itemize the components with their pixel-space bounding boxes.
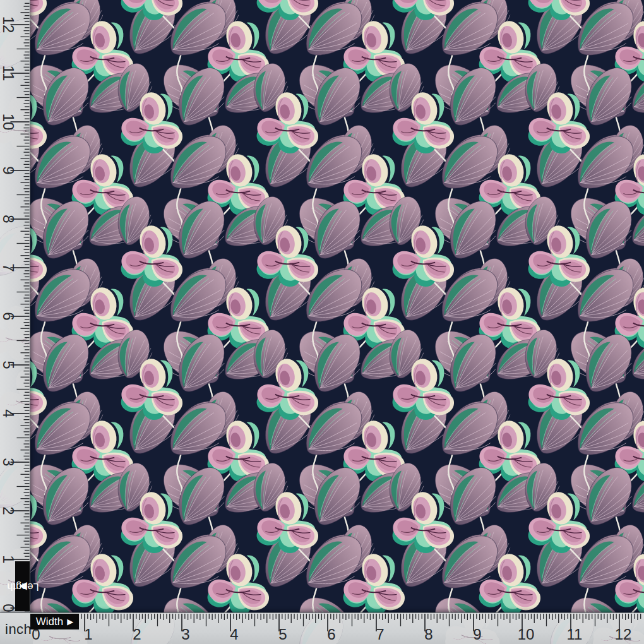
ruler-number: 12 bbox=[0, 15, 16, 34]
ruler-number: 5 bbox=[0, 355, 16, 374]
ruler-number: 3 bbox=[0, 453, 16, 472]
bottom-width-ruler: 0123456789101112 bbox=[0, 612, 644, 644]
length-label-box: Length ▶ bbox=[15, 561, 30, 611]
ruler-number: 10 bbox=[0, 112, 16, 131]
ruler-number: 11 bbox=[0, 64, 16, 83]
length-label: Length ▶ bbox=[16, 585, 28, 588]
width-label-box: Width ▶ bbox=[30, 614, 79, 629]
ruler-number: 8 bbox=[415, 626, 443, 643]
ruler-number: 9 bbox=[463, 626, 491, 643]
ruler-number: 6 bbox=[318, 626, 345, 643]
fabric-pattern bbox=[0, 0, 644, 644]
ruler-number: 8 bbox=[0, 210, 16, 229]
width-arrow-icon: ▶ bbox=[67, 617, 73, 626]
ruler-number: 2 bbox=[123, 626, 151, 643]
ruler-number: 6 bbox=[0, 307, 16, 326]
unit-label: inch bbox=[5, 621, 32, 638]
ruler-number: 2 bbox=[0, 501, 16, 520]
fabric-swatch-image: 1211109876543210 0123456789101112 inch L… bbox=[0, 0, 644, 644]
ruler-number: 1 bbox=[0, 550, 16, 569]
ruler-number: 3 bbox=[172, 626, 200, 643]
ruler-number: 9 bbox=[0, 161, 16, 180]
ruler-number: 4 bbox=[0, 404, 16, 423]
ruler-number: 12 bbox=[609, 626, 637, 643]
ruler-number: 7 bbox=[0, 258, 16, 277]
ruler-number: 10 bbox=[512, 626, 540, 643]
width-label: Width bbox=[36, 616, 63, 628]
ruler-number: 11 bbox=[561, 626, 588, 643]
floral-pattern-svg bbox=[0, 0, 644, 644]
ruler-number: 5 bbox=[269, 626, 297, 643]
length-arrow-icon: ▶ bbox=[18, 581, 27, 592]
ruler-number: 4 bbox=[220, 626, 248, 643]
ruler-number: 7 bbox=[366, 626, 394, 643]
left-length-ruler: 1211109876543210 bbox=[0, 0, 30, 644]
